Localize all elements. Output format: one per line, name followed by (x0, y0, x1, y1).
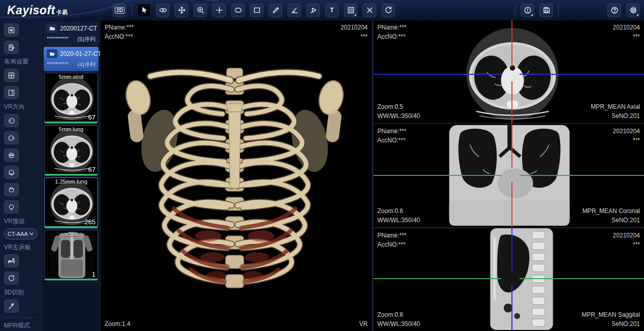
toolbar-separator (515, 4, 516, 17)
crosshair-horizontal-blue[interactable] (520, 74, 644, 75)
head-bottom-icon (8, 203, 15, 211)
remove-bed-button[interactable] (4, 254, 19, 267)
reset-rotate-icon (384, 6, 393, 14)
crosshair-horizontal-green[interactable] (520, 278, 644, 279)
vr-ribcage-render (123, 47, 346, 311)
study-item[interactable]: 20200127-CT ********** (5)序列 (44, 21, 99, 46)
toolbar-far-right-group (607, 4, 640, 17)
crosshair-vertical-red[interactable] (511, 20, 512, 67)
view-2d-icon: 2D (115, 7, 124, 14)
save-button[interactable] (539, 4, 553, 17)
cursor-icon (140, 6, 148, 14)
ct-sagittal-image (481, 228, 562, 330)
sagittal-study-info: 20210204*** (613, 231, 640, 249)
pencil-measure-icon (272, 6, 280, 14)
vr-preset-select[interactable]: CT-AAA (4, 228, 38, 239)
face-front-icon (8, 152, 15, 159)
head-top-icon (8, 186, 15, 194)
crosshair-horizontal-green[interactable] (373, 278, 501, 279)
crosshair-vertical-red[interactable] (511, 182, 512, 227)
gear-icon (629, 6, 637, 14)
delete-annotation-button[interactable] (363, 4, 376, 17)
vr-view-right-button[interactable] (4, 131, 19, 144)
main-viewport-study-info: 20210204*** (341, 23, 368, 41)
toolbar-separator (558, 4, 559, 17)
scalpel-button[interactable] (4, 299, 19, 313)
arrow-tool-button[interactable] (306, 4, 320, 17)
crosshair-vertical-red[interactable] (511, 81, 512, 123)
vr-viewport[interactable]: PName:***AccNO:*** 20210204*** Zoom:1.4 … (101, 20, 373, 331)
vr-view-posterior-button[interactable] (4, 166, 19, 179)
crosshair-vertical-blue[interactable] (511, 228, 512, 271)
thumbnail-progress-bar (45, 122, 98, 123)
window-level-button[interactable] (344, 4, 358, 17)
crosshair-vertical-red[interactable] (511, 124, 512, 168)
mpr-coronal-viewport[interactable]: PName:***AccNO:*** 20210204*** Zoom:0.6W… (373, 123, 644, 227)
app-logo: Kayisoft卡易 (0, 4, 101, 17)
vr-preset-section-label: VR预设 (4, 217, 38, 226)
vr-view-anterior-button[interactable] (4, 148, 19, 162)
reset-view-button[interactable] (381, 4, 395, 17)
study-patient-masked: ********** (47, 61, 69, 69)
left-tool-sidebar: 布局设置 VR方向 (0, 20, 42, 331)
axial-study-info: 20210204*** (613, 23, 640, 41)
crosshair-icon (215, 6, 223, 14)
single-view-icon (8, 26, 15, 34)
vr-reset-button[interactable] (4, 272, 19, 285)
crosshair-horizontal-green[interactable] (520, 175, 644, 176)
crosshair-vertical-blue[interactable] (511, 285, 512, 331)
rect-tool-button[interactable] (250, 4, 264, 17)
vr-bed-section-label: VR去床板 (4, 243, 38, 252)
ellipse-icon (234, 6, 242, 14)
folder-closed-icon (47, 24, 57, 33)
report-button[interactable] (4, 41, 19, 54)
crosshair-horizontal-blue[interactable] (373, 74, 501, 75)
info-button[interactable] (521, 4, 534, 17)
chevron-down-icon (29, 231, 34, 236)
coronal-patient-info: PName:***AccNO:*** (377, 127, 406, 145)
settings-button[interactable] (626, 4, 640, 17)
series-thumbnail-1.25mm-lung-selected[interactable]: 1.25mm lung 265 (44, 177, 98, 228)
split-layout-icon (8, 89, 15, 97)
rotate-3d-button[interactable] (156, 4, 170, 17)
crosshair-horizontal-green[interactable] (373, 175, 501, 176)
series-thumbnail-5mm-stnd[interactable]: 5mm stnd 67 (44, 73, 98, 124)
scout-thumbnail-image (46, 232, 98, 278)
series-thumbnail-5mm-lung[interactable]: 5mm lung 67 (44, 125, 98, 176)
vr-view-inferior-button[interactable] (4, 200, 19, 214)
help-button[interactable] (607, 4, 621, 17)
mpr-sagittal-viewport[interactable]: PName:***AccNO:*** 20210204*** Zoom:0.6W… (373, 227, 644, 331)
vr-view-superior-button[interactable] (4, 183, 19, 196)
measure-tool-button[interactable] (269, 4, 282, 17)
rectangle-icon (253, 6, 261, 14)
view-2d-button[interactable]: 2D (113, 4, 126, 17)
angle-tool-button[interactable] (287, 4, 301, 17)
series-thumbnail-scout[interactable]: scout 1 (44, 230, 98, 281)
study-series-count: (4)序列 (78, 61, 95, 69)
cursor-button[interactable] (137, 4, 151, 17)
pan-button[interactable] (175, 4, 188, 17)
axial-patient-info: PName:***AccNO:*** (377, 23, 406, 41)
thumbnail-caption: scout (45, 230, 98, 237)
split-layout-button[interactable] (4, 86, 19, 99)
text-tool-button[interactable]: T (325, 4, 339, 17)
thumbnail-caption: 5mm lung (45, 126, 98, 132)
text-tool-icon: T (330, 7, 334, 14)
study-item-selected[interactable]: 2020-01-27-CT ********** (4)序列 (44, 47, 99, 71)
axial-zoom-wwwl: Zoom:0.5WW/WL:350/40 (377, 102, 420, 121)
thumbnail-image-count: 265 (84, 218, 95, 226)
zoom-in-icon (197, 6, 205, 14)
axial-series-label: MPR_MEAN AxialSeNO:201 (591, 102, 640, 121)
coronal-series-label: MPR_MEAN CoronalSeNO:201 (583, 206, 640, 225)
reset-rotate-icon (8, 275, 15, 282)
single-layout-button[interactable] (4, 23, 19, 37)
mpr-axial-viewport[interactable]: PName:***AccNO:*** 20210204*** Zoom:0.5W… (373, 20, 644, 123)
vr-view-left-button[interactable] (4, 114, 19, 127)
ellipse-tool-button[interactable] (231, 4, 245, 17)
crosshair-button[interactable] (212, 4, 226, 17)
zoom-in-button[interactable] (194, 4, 207, 17)
head-left-icon (8, 117, 15, 125)
grid-2x2-layout-button[interactable] (4, 69, 19, 82)
thumbnail-image-count: 67 (88, 113, 95, 121)
thumbnail-caption: 1.25mm lung (45, 178, 98, 185)
